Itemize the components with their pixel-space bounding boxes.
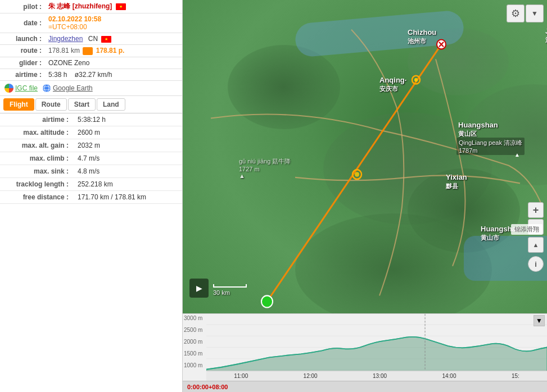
pilot-flag: ★ [116, 3, 126, 10]
pilot-name: 朱 志峰 [zhuzhifeng] [48, 2, 112, 10]
glider-label: glider : [0, 57, 45, 69]
yixian-label: Yixian黟县 [446, 173, 467, 190]
route-label: route : [0, 45, 45, 57]
launch-flag: ★ [101, 36, 111, 43]
zoom-in-button[interactable]: + [528, 202, 544, 218]
right-panel: Chizhou池州市 Anqing·安庆市 Huangshan黄山区 Yixia… [183, 0, 547, 392]
elevation-dropdown[interactable]: ▼ [534, 315, 545, 326]
glider-value: OZONE Zeno [45, 57, 182, 69]
google-earth-link[interactable]: Google Earth [42, 84, 93, 93]
watermark: 锦添滑翔 [511, 224, 543, 235]
settings-icon: ⚙ [511, 7, 520, 20]
stat-max-climb-val: 4.7 m/s [73, 152, 182, 165]
launch-country: CN [88, 35, 98, 43]
info-table: pilot : 朱 志峰 [zhuzhifeng] ★ date : 02.10… [0, 0, 182, 81]
elev-label-1000: 1000 m [184, 362, 205, 368]
stat-max-alt-gain-label: max. alt. gain : [0, 139, 73, 152]
map-settings-button[interactable]: ⚙ [507, 4, 525, 22]
stat-max-alt-label: max. altitude : [0, 126, 73, 139]
play-icon: ▶ [196, 284, 202, 293]
igc-icon [4, 84, 13, 93]
date-label: date : [0, 13, 45, 33]
airtime-speed: ø32.27 km/h [75, 71, 112, 79]
stat-airtime-label: airtime : [0, 113, 73, 126]
date-value: 02.10.2022 10:58 =UTC+08:00 [45, 13, 182, 33]
peak-triangle: ▲ [514, 152, 520, 158]
time-1200: 12:00 [304, 373, 318, 379]
svg-line-3 [267, 44, 441, 302]
tab-start[interactable]: Start [68, 98, 96, 111]
airtime-value: 5:38 h ø32.27 km/h [45, 69, 182, 80]
date-date: 02.10.2022 [48, 15, 82, 23]
tab-land[interactable]: Land [97, 98, 125, 111]
pilot-label: pilot : [0, 0, 45, 13]
elevation-panel: 3000 m 2500 m 2000 m 1500 m 1000 m [183, 313, 547, 381]
elev-label-1500: 1500 m [184, 350, 205, 357]
stat-max-alt-val: 2600 m [73, 126, 182, 139]
main-container: pilot : 朱 志峰 [zhuzhifeng] ★ date : 02.10… [0, 0, 547, 392]
stat-max-sink-label: max. sink : [0, 165, 73, 177]
left-panel: pilot : 朱 志峰 [zhuzhifeng] ★ date : 02.10… [0, 0, 183, 392]
chizhou-label: Chizhou池州市 [408, 28, 436, 45]
svg-point-6 [261, 295, 273, 307]
status-time: 0:00:00+08:00 [187, 384, 228, 390]
stat-max-alt-gain-val: 2032 m [73, 139, 182, 152]
tab-route[interactable]: Route [35, 98, 67, 111]
elevation-y-labels: 3000 m 2500 m 2000 m 1500 m 1000 m [183, 314, 206, 370]
stat-free-dist-val: 171.70 km / 178.81 km [73, 190, 182, 203]
stats-table: airtime : 5:38:12 h max. altitude : 2600… [0, 113, 182, 204]
airtime-label: airtime : [0, 69, 45, 80]
ge-icon [42, 84, 51, 93]
igc-file-link[interactable]: IGC file [4, 84, 38, 93]
tab-flight[interactable]: Flight [3, 98, 34, 111]
stat-tracklog-val: 252.218 km [73, 177, 182, 190]
route-points: 178.81 p. [96, 47, 125, 54]
play-button[interactable]: ▶ [189, 279, 209, 298]
svg-point-5 [355, 172, 359, 176]
route-km: 178.81 km [48, 47, 80, 54]
route-value: 178.81 km 178.81 p. [45, 45, 182, 57]
time-labels: 11:00 12:00 13:00 14:00 15: [206, 371, 547, 381]
north-button[interactable]: ▲ [528, 237, 544, 253]
stat-max-sink-val: 4.8 m/s [73, 165, 182, 177]
huangshan-district-label: Huangshan黄山区 [458, 121, 498, 138]
launch-value: Jingdezhen CN ★ [45, 33, 182, 45]
info-button[interactable]: i [528, 256, 544, 272]
pilot-value: 朱 志峰 [zhuzhifeng] ★ [45, 0, 182, 13]
time-1500: 15: [512, 373, 519, 379]
elev-label-3000: 3000 m [184, 315, 205, 321]
links-row: IGC file Google Earth [0, 81, 182, 96]
route-wave-icon [83, 47, 93, 55]
launch-link[interactable]: Jingdezhen [48, 35, 83, 43]
airtime-h: 5:38 h [48, 71, 67, 79]
svg-point-11 [414, 78, 418, 81]
date-utc: =UTC+08:00 [48, 23, 87, 31]
guniujiang-label: gū niú jiāng 菇牛降1727 m▲ [239, 157, 291, 179]
anqing-label: Anqing·安庆市 [379, 76, 406, 93]
map-svg [183, 0, 547, 313]
status-bar: 0:00:00+08:00 [183, 381, 547, 392]
time-1400: 14:00 [442, 373, 456, 379]
tabs-row: Flight Route Start Land [0, 96, 182, 113]
time-1300: 13:00 [373, 373, 387, 379]
elev-label-2000: 2000 m [184, 339, 205, 345]
elev-label-2500: 2500 m [184, 327, 205, 333]
elev-dropdown-icon: ▼ [536, 317, 543, 325]
stat-free-dist-label: free distance : [0, 190, 73, 203]
map-layer-dropdown[interactable]: ▼ [526, 4, 544, 22]
time-1100: 11:00 [234, 373, 248, 379]
scale-label: 30 km [213, 289, 230, 296]
stat-max-climb-label: max. climb : [0, 152, 73, 165]
stat-tracklog-label: tracklog length : [0, 177, 73, 190]
svg-point-0 [43, 84, 51, 92]
stat-airtime-val: 5:38:12 h [73, 113, 182, 126]
date-time: 10:58 [84, 15, 101, 23]
map-area[interactable]: Chizhou池州市 Anqing·安庆市 Huangshan黄山区 Yixia… [183, 0, 547, 313]
scale-indicator: 30 km [213, 284, 247, 297]
dropdown-icon: ▼ [531, 10, 538, 17]
launch-label: launch : [0, 33, 45, 45]
